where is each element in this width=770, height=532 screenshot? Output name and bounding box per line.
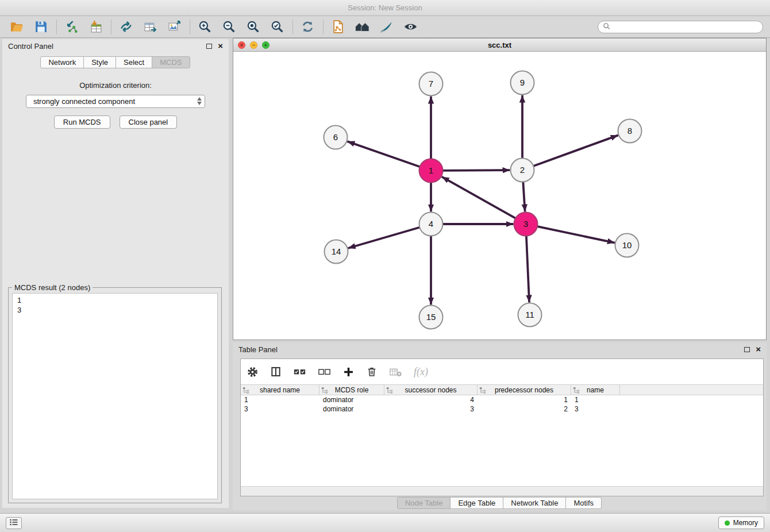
tree-sort-icon (321, 387, 328, 395)
close-panel-icon[interactable]: × (218, 43, 223, 49)
zoom-selected-button[interactable] (268, 18, 286, 36)
network-arrows-button[interactable] (117, 18, 134, 36)
table-panel-content: f(x) shared nameMCDS rolesuccessor nodes… (240, 358, 764, 496)
memory-button[interactable]: Memory (718, 516, 764, 529)
export-image-button[interactable] (165, 18, 183, 36)
table-hscrollbar[interactable] (241, 486, 763, 496)
tab-network[interactable]: Network (40, 56, 84, 68)
edge-3-11[interactable] (526, 236, 529, 302)
node-4[interactable]: 4 (419, 213, 443, 236)
close-panel-button[interactable]: Close panel (120, 115, 178, 129)
node-2[interactable]: 2 (511, 159, 534, 182)
network-window-titlebar[interactable]: × – + scc.txt (233, 38, 766, 52)
table-cell[interactable]: 1 (571, 395, 620, 404)
add-row-icon[interactable] (342, 366, 355, 378)
delete-table-icon[interactable] (389, 366, 402, 378)
svg-text:4: 4 (429, 219, 433, 229)
column-header-predecessor-nodes[interactable]: predecessor nodes (478, 385, 571, 395)
close-window-icon[interactable]: × (238, 41, 245, 49)
svg-text:6: 6 (333, 132, 338, 142)
column-header-name[interactable]: name (571, 385, 620, 395)
tab-style[interactable]: Style (83, 56, 116, 68)
tab-mcds[interactable]: MCDS (152, 56, 190, 68)
table-cell[interactable]: dominator (319, 404, 384, 414)
svg-text:8: 8 (627, 126, 632, 136)
optimization-criterion-dropdown[interactable]: strongly connected component (26, 95, 205, 108)
svg-text:7: 7 (429, 79, 433, 88)
minimize-window-icon[interactable]: – (250, 41, 257, 49)
save-session-button[interactable] (32, 18, 49, 36)
status-menu-button[interactable] (6, 517, 22, 529)
edge-1-6[interactable] (347, 141, 419, 167)
node-8[interactable]: 8 (618, 119, 642, 143)
node-15[interactable]: 15 (419, 306, 443, 329)
tab-edge-table[interactable]: Edge Table (450, 497, 503, 509)
edge-1-2[interactable] (442, 170, 510, 171)
select-all-icon[interactable] (293, 366, 306, 378)
table-cell[interactable]: 2 (478, 404, 571, 414)
svg-text:3: 3 (523, 219, 528, 229)
delete-row-icon[interactable] (366, 366, 378, 377)
deselect-all-icon[interactable] (318, 366, 331, 378)
table-cell[interactable]: 3 (571, 404, 620, 414)
application-window: Session: New Session (0, 0, 770, 532)
style-filter-button[interactable] (378, 18, 395, 36)
edge-3-10[interactable] (537, 226, 615, 242)
toolbar-separator (190, 20, 190, 34)
zoom-out-button[interactable] (220, 18, 237, 36)
edge-2-8[interactable] (533, 135, 618, 166)
edge-4-14[interactable] (348, 228, 420, 248)
columns-icon[interactable] (270, 366, 282, 377)
column-header-shared-name[interactable]: shared name (241, 385, 319, 395)
float-table-panel-icon[interactable] (744, 347, 750, 352)
import-network-button[interactable] (63, 18, 80, 36)
run-mcds-button[interactable]: Run MCDS (54, 115, 110, 129)
settings-gear-icon[interactable] (247, 366, 259, 378)
table-cell[interactable]: dominator (319, 395, 384, 404)
node-9[interactable]: 9 (511, 71, 534, 95)
window-titlebar[interactable]: Session: New Session (0, 0, 770, 16)
table-cell[interactable]: 3 (241, 404, 319, 414)
edge-3-1[interactable] (442, 177, 515, 218)
node-10[interactable]: 10 (615, 234, 639, 257)
node-6[interactable]: 6 (324, 126, 348, 149)
home-button[interactable] (353, 18, 371, 36)
tab-node-table[interactable]: Node Table (397, 497, 451, 509)
table-row[interactable]: 1dominator411 (241, 395, 763, 404)
tab-select[interactable]: Select (116, 56, 152, 68)
tab-motifs[interactable]: Motifs (565, 497, 602, 509)
table-cell[interactable]: 1 (478, 395, 571, 404)
open-file-button[interactable] (8, 18, 25, 36)
column-header-MCDS-role[interactable]: MCDS role (319, 385, 384, 395)
zoom-in-button[interactable] (196, 18, 213, 36)
maximize-window-icon[interactable]: + (262, 41, 270, 49)
node-3[interactable]: 3 (514, 213, 538, 236)
node-14[interactable]: 14 (325, 240, 348, 264)
mcds-result-list[interactable]: 13 (12, 293, 218, 499)
show-graphics-button[interactable] (402, 18, 419, 36)
tab-network-table[interactable]: Network Table (503, 497, 566, 509)
import-table-button[interactable] (87, 18, 104, 36)
network-table-button[interactable] (141, 18, 159, 36)
search-input[interactable] (613, 22, 763, 32)
refresh-layout-button[interactable] (299, 18, 316, 36)
column-header-successor-nodes[interactable]: successor nodes (384, 385, 478, 395)
table-panel-title: Table Panel (238, 345, 278, 354)
eye-icon (403, 20, 418, 34)
node-11[interactable]: 11 (518, 303, 542, 327)
network-canvas[interactable]: 7968124314101511 (233, 52, 766, 340)
zoom-fit-button[interactable] (244, 18, 261, 36)
node-7[interactable]: 7 (419, 72, 443, 96)
table-cell[interactable]: 4 (384, 395, 478, 404)
float-panel-icon[interactable] (206, 44, 212, 49)
dropdown-stepper-icon (197, 97, 202, 105)
table-cell[interactable]: 1 (241, 395, 319, 404)
table-row[interactable]: 3dominator323 (241, 404, 763, 414)
table-cell[interactable]: 3 (384, 404, 478, 414)
close-table-panel-icon[interactable]: × (756, 346, 761, 353)
document-share-button[interactable] (329, 18, 346, 36)
function-builder-icon[interactable]: f(x) (414, 366, 428, 378)
search-box[interactable] (598, 21, 763, 33)
node-1[interactable]: 1 (419, 159, 443, 183)
edge-2-3[interactable] (523, 182, 525, 211)
